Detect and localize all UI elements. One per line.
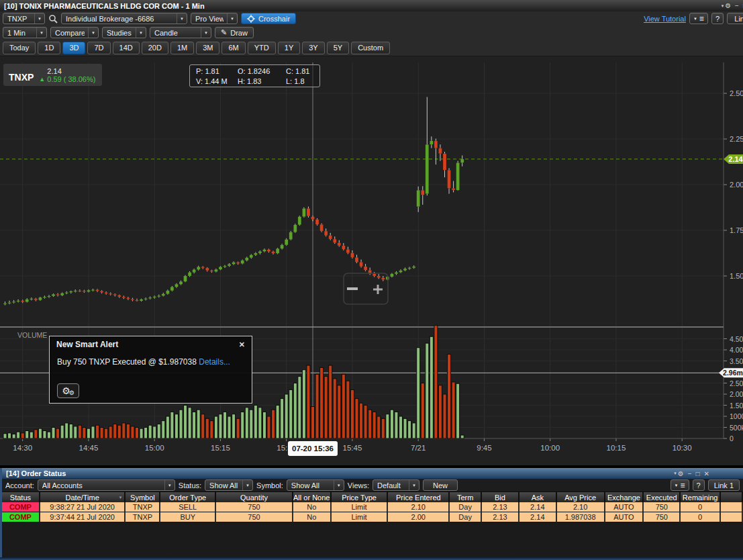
order-table-header: StatusDate/Time▼SymbolOrder TypeQuantity… — [2, 492, 743, 502]
alert-settings-button[interactable]: ⚙ ⚙ — [57, 383, 79, 398]
chevron-down-icon: ▼ — [693, 17, 697, 21]
crosshair-button[interactable]: Crosshair — [241, 13, 296, 24]
range-tab-1y[interactable]: 1Y — [278, 42, 300, 54]
gear-icon: ⚙ — [69, 390, 75, 396]
column-header-remaining[interactable]: Remaining — [681, 492, 721, 502]
order-cell: Day — [450, 512, 482, 522]
search-icon[interactable] — [48, 14, 58, 24]
candlestick-chart[interactable]: 14:3014:4515:0015:1515:3015:457/219:4510… — [0, 57, 743, 465]
column-header-bid[interactable]: Bid — [482, 492, 519, 502]
order-cell: TNXP — [126, 502, 160, 512]
menu-button[interactable]: ▼ ≡ — [689, 13, 708, 24]
column-header-all-or-none[interactable]: All or None — [293, 492, 332, 502]
gear-icon[interactable]: ⚙ — [678, 470, 684, 477]
range-tab-14d[interactable]: 14D — [113, 42, 140, 54]
views-combo[interactable]: Default ▼ — [373, 479, 419, 491]
order-row-sell[interactable]: COMP9:38:27 21 Jul 2020TNXPSELL750NoLimi… — [2, 502, 743, 512]
column-header-executed[interactable]: Executed — [644, 492, 681, 502]
order-account-combo[interactable]: All Accounts ▼ — [38, 479, 175, 491]
order-cell: 2.00 — [388, 512, 450, 522]
column-header-order-type[interactable]: Order Type — [160, 492, 216, 502]
link-button[interactable]: Link 1 — [727, 13, 743, 24]
studies-combo[interactable]: Studies ▼ — [102, 27, 146, 38]
column-header-price-type[interactable]: Price Type — [332, 492, 389, 502]
range-tab-20d[interactable]: 20D — [142, 42, 168, 54]
order-cell: Limit — [332, 512, 389, 522]
svg-text:2.00: 2.00 — [730, 181, 743, 189]
order-cell: 9:38:27 21 Jul 2020 — [40, 502, 126, 512]
column-header-quantity[interactable]: Quantity — [216, 492, 293, 502]
range-tab-3y[interactable]: 3Y — [302, 42, 324, 54]
range-tab-custom[interactable]: Custom — [351, 42, 390, 54]
column-header-term[interactable]: Term — [450, 492, 482, 502]
sort-indicator-icon: ▼ — [119, 496, 123, 500]
close-icon[interactable]: ✕ — [704, 470, 709, 477]
column-header-price-entered[interactable]: Price Entered — [388, 492, 450, 502]
order-cell: 750 — [216, 502, 293, 512]
minimize-icon[interactable]: − — [688, 470, 692, 477]
new-order-button[interactable]: New — [423, 479, 458, 491]
range-tab-7d[interactable]: 7D — [87, 42, 110, 54]
compare-combo-value: Compare — [55, 29, 85, 37]
interval-combo[interactable]: 1 Min ▼ — [3, 27, 47, 38]
order-row-buy[interactable]: COMP9:37:44 21 Jul 2020TNXPBUY750NoLimit… — [2, 512, 743, 522]
chevron-down-icon[interactable]: ▾ — [722, 3, 724, 9]
order-symbol-combo[interactable]: Show All ▼ — [287, 479, 344, 491]
view-tutorial-link[interactable]: View Tutorial — [644, 15, 686, 23]
range-tab-1m[interactable]: 1M — [170, 42, 194, 54]
view-combo[interactable]: Pro View ▼ — [191, 13, 238, 24]
column-header-date-time[interactable]: Date/Time▼ — [40, 492, 126, 502]
help-button-label: ? — [697, 481, 701, 489]
svg-text:2.50m: 2.50m — [730, 379, 743, 387]
minimize-icon[interactable]: − — [735, 2, 739, 9]
menu-button[interactable]: ▼ ≡ — [671, 479, 689, 491]
link-button[interactable]: Link 1 — [708, 479, 740, 491]
chevron-down-icon: ▼ — [177, 13, 187, 24]
help-button[interactable]: ? — [693, 479, 705, 491]
svg-text:10:15: 10:15 — [607, 444, 626, 452]
column-header-avg-price[interactable]: Avg Price — [557, 492, 605, 502]
help-button[interactable]: ? — [711, 13, 724, 24]
range-tab-3d[interactable]: 3D — [62, 42, 85, 54]
close-icon[interactable]: ✕ — [238, 340, 246, 349]
symbol-label: Symbol: — [256, 481, 283, 489]
restore-icon[interactable]: □ — [696, 470, 700, 477]
svg-text:1.50m: 1.50m — [730, 402, 743, 410]
interval-combo-value: 1 Min — [7, 29, 33, 37]
gear-icon[interactable]: ⚙ — [725, 2, 731, 9]
chart-area[interactable]: 14:3014:4515:0015:1515:3015:457/219:4510… — [0, 57, 743, 465]
alert-details-link[interactable]: Details... — [199, 357, 230, 367]
svg-text:2.96m: 2.96m — [723, 369, 743, 377]
order-cell: 2.14 — [519, 502, 557, 512]
range-tab-3m[interactable]: 3M — [196, 42, 219, 54]
range-tab-5y[interactable]: 5Y — [327, 42, 349, 54]
compare-combo[interactable]: Compare ▼ — [50, 27, 99, 38]
svg-text:2.50: 2.50 — [730, 89, 743, 97]
order-cell: Day — [450, 502, 482, 512]
svg-text:500k: 500k — [730, 424, 743, 432]
range-tab-1d[interactable]: 1D — [38, 42, 60, 54]
status-badge: COMP — [2, 512, 40, 522]
column-header-symbol[interactable]: Symbol — [126, 492, 160, 502]
svg-text:4.50m: 4.50m — [730, 335, 743, 343]
link-button-label: Link 1 — [734, 15, 743, 23]
draw-button[interactable]: ✎ Draw — [215, 27, 254, 38]
view-combo-value: Pro View — [195, 15, 224, 23]
range-tab-6m[interactable]: 6M — [221, 42, 245, 54]
order-cell: AUTO — [605, 502, 644, 512]
chart-type-combo[interactable]: Candle ▼ — [150, 27, 211, 38]
svg-text:0: 0 — [730, 434, 734, 442]
svg-text:2.14: 2.14 — [728, 155, 743, 163]
chevron-down-icon: ▼ — [36, 28, 46, 38]
range-tab-ytd[interactable]: YTD — [248, 42, 276, 54]
column-header-ask[interactable]: Ask — [519, 492, 557, 502]
symbol-combo[interactable]: TNXP ▼ — [3, 13, 45, 24]
order-status-combo[interactable]: Show All ▼ — [205, 479, 253, 491]
column-header-status[interactable]: Status — [2, 492, 40, 502]
chart-titlebar: [10] TONIX PHARMACEUTICALS HLDG COR COM … — [0, 0, 743, 11]
chevron-down-icon[interactable]: ▾ — [674, 471, 677, 476]
account-label: Account: — [5, 481, 34, 489]
account-combo[interactable]: Individual Brokerage -6686 ▼ — [61, 13, 187, 24]
column-header-exchange[interactable]: Exchange — [605, 492, 644, 502]
range-tab-today[interactable]: Today — [3, 42, 36, 54]
